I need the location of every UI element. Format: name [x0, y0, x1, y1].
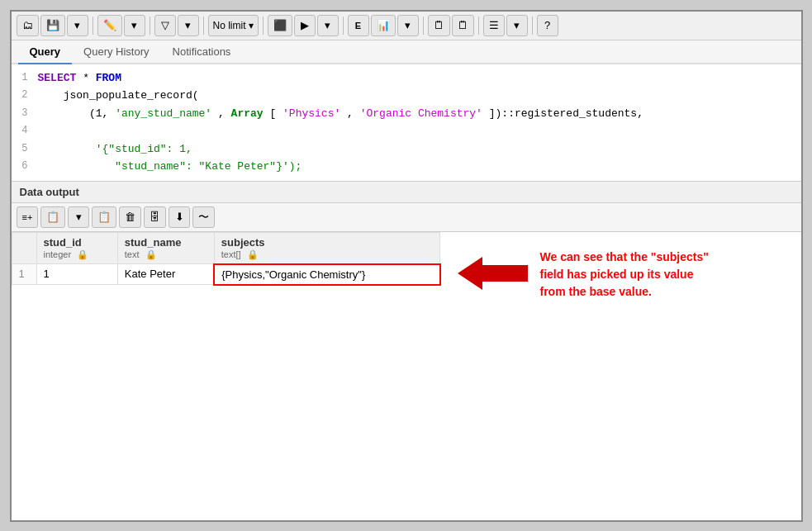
- string-physics: 'Physics': [283, 107, 340, 120]
- lock-icon-stud-name: 🔒: [145, 249, 157, 259]
- line-number-5: 5: [12, 141, 38, 156]
- toolbar: 🗂 💾 ▾ ✏️ ▾ ▽ ▾ No limit ▾ ⬛ ▶ ▾ E 📊 ▾ 🗒 …: [12, 12, 801, 40]
- keyword-from: FROM: [96, 72, 121, 84]
- line-number-1: 1: [12, 70, 38, 85]
- save-button[interactable]: 💾: [40, 15, 65, 36]
- col-header-subjects: subjects text[] 🔒: [214, 232, 439, 264]
- line-number-3: 3: [12, 106, 38, 121]
- filter-chevron[interactable]: ▾: [178, 15, 199, 36]
- help-button[interactable]: ?: [537, 15, 558, 36]
- code-line-5: 5 '{"stud_id": 1,: [12, 140, 801, 159]
- save-chevron[interactable]: ▾: [67, 15, 88, 36]
- code-line-2: 2 json_populate_record(: [12, 87, 801, 105]
- data-output-header: Data output: [12, 182, 801, 203]
- limit-label: No limit: [213, 20, 246, 31]
- copy-button[interactable]: 📋: [40, 206, 65, 228]
- keyword-select: SELECT: [38, 72, 77, 84]
- chart-chevron[interactable]: ▾: [397, 15, 419, 36]
- download-button[interactable]: ⬇: [169, 206, 190, 228]
- scratch2-button[interactable]: 🗒: [452, 15, 474, 36]
- col-header-stud-name: stud_name text 🔒: [117, 232, 214, 264]
- separator-3: [203, 17, 204, 35]
- annotation-text: We can see that the "subjects" field has…: [540, 249, 722, 301]
- string-stud-name: "stud_name": "Kate Peter"}');: [38, 160, 302, 173]
- separator-2: [150, 17, 150, 35]
- separator-1: [93, 17, 93, 35]
- string-organic-chemistry: 'Organic Chemistry': [360, 107, 482, 120]
- data-table: stud_id integer 🔒 stud_name text 🔒 subje…: [12, 232, 441, 286]
- code-line-1: 1 SELECT * FROM: [12, 69, 801, 88]
- table-header-row: stud_id integer 🔒 stud_name text 🔒 subje…: [12, 232, 440, 264]
- separator-5: [343, 17, 344, 35]
- row-number: 1: [12, 264, 36, 285]
- annotation-arrow: [458, 249, 532, 301]
- tab-query-history[interactable]: Query History: [72, 40, 160, 64]
- output-toolbar: ≡+ 📋 ▾ 📋 🗑 🗄 ⬇ 〜: [12, 203, 801, 232]
- code-line-3: 3 (1, 'any_stud_name' , Array [ 'Physics…: [12, 105, 801, 123]
- add-row-button[interactable]: ≡+: [17, 206, 39, 228]
- copy-chevron[interactable]: ▾: [68, 206, 89, 228]
- explain-button[interactable]: E: [348, 15, 369, 36]
- filter-button[interactable]: ▽: [154, 15, 176, 36]
- delete-button[interactable]: 🗑: [119, 206, 141, 228]
- separator-8: [532, 17, 533, 35]
- table-row: 1 1 Kate Peter {Physics,"Organic Chemist…: [12, 264, 440, 285]
- separator-4: [263, 17, 264, 35]
- keyword-array: Array: [231, 107, 264, 120]
- db-button[interactable]: 🗄: [144, 206, 166, 228]
- run-chevron[interactable]: ▾: [317, 15, 339, 36]
- separator-7: [478, 17, 479, 35]
- row-num-header: [12, 232, 36, 264]
- data-output-label: Data output: [20, 186, 79, 198]
- code-line-6: 6 "stud_name": "Kate Peter"}');: [12, 158, 801, 176]
- string-any-stud-name: 'any_stud_name': [115, 107, 211, 120]
- separator-6: [423, 17, 424, 35]
- limit-dropdown[interactable]: No limit ▾: [208, 15, 259, 36]
- svg-marker-1: [458, 257, 482, 290]
- cell-stud-id: 1: [36, 264, 117, 285]
- line-number-6: 6: [12, 159, 38, 173]
- list-chevron[interactable]: ▾: [506, 15, 528, 36]
- graph-button[interactable]: 〜: [192, 206, 215, 228]
- tabs-bar: Query Query History Notifications: [12, 40, 801, 64]
- paste-button[interactable]: 📋: [92, 206, 116, 228]
- main-window: 🗂 💾 ▾ ✏️ ▾ ▽ ▾ No limit ▾ ⬛ ▶ ▾ E 📊 ▾ 🗒 …: [10, 10, 803, 522]
- tab-query[interactable]: Query: [18, 40, 73, 64]
- run-button[interactable]: ▶: [294, 15, 316, 36]
- edit-chevron[interactable]: ▾: [124, 15, 145, 36]
- cell-subjects: {Physics,"Organic Chemistry"}: [214, 264, 439, 285]
- line-number-4: 4: [12, 123, 38, 138]
- chart-button[interactable]: 📊: [371, 15, 396, 36]
- string-stud-id: '{"stud_id": 1,: [96, 143, 192, 155]
- lock-icon-subjects: 🔒: [247, 249, 259, 259]
- limit-chevron: ▾: [249, 20, 254, 31]
- code-editor[interactable]: 1 SELECT * FROM 2 json_populate_record( …: [12, 64, 801, 182]
- lock-icon-stud-id: 🔒: [77, 249, 88, 259]
- col-header-stud-id: stud_id integer 🔒: [36, 232, 117, 264]
- annotation-area: We can see that the "subjects" field has…: [441, 232, 801, 318]
- stop-button[interactable]: ⬛: [268, 15, 292, 36]
- code-line-4: 4: [12, 122, 801, 140]
- tab-notifications[interactable]: Notifications: [161, 40, 243, 64]
- line-number-2: 2: [12, 88, 38, 102]
- folder-button[interactable]: 🗂: [17, 15, 39, 36]
- results-area: stud_id integer 🔒 stud_name text 🔒 subje…: [12, 232, 801, 318]
- svg-rect-0: [482, 265, 528, 282]
- edit-button[interactable]: ✏️: [97, 15, 122, 36]
- data-table-wrapper: stud_id integer 🔒 stud_name text 🔒 subje…: [12, 232, 441, 286]
- cell-stud-name: Kate Peter: [117, 264, 214, 285]
- scratch-button[interactable]: 🗒: [428, 15, 450, 36]
- list-button[interactable]: ☰: [483, 15, 505, 36]
